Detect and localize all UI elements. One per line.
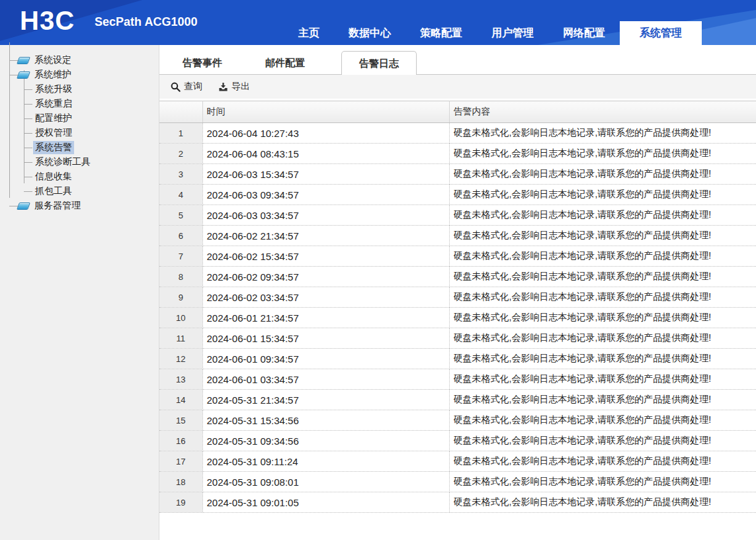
table-row[interactable]: 16 2024-05-31 09:34:56 硬盘未格式化,会影响日志本地记录,… bbox=[159, 431, 756, 451]
row-time: 2024-06-01 09:34:57 bbox=[202, 349, 449, 369]
row-content: 硬盘未格式化,会影响日志本地记录,请联系您的产品提供商处理! bbox=[449, 328, 756, 349]
row-time: 2024-06-04 10:27:43 bbox=[202, 123, 449, 144]
row-index: 11 bbox=[159, 328, 202, 349]
row-time: 2024-06-03 15:34:57 bbox=[202, 164, 449, 185]
table-row[interactable]: 7 2024-06-02 15:34:57 硬盘未格式化,会影响日志本地记录,请… bbox=[159, 246, 756, 267]
sidebar-item-label: 信息收集 bbox=[33, 170, 74, 183]
row-content: 硬盘未格式化,会影响日志本地记录,请联系您的产品提供商处理! bbox=[449, 185, 756, 205]
row-time: 2024-06-02 15:34:57 bbox=[202, 246, 449, 267]
sidebar-item[interactable]: 系统重启 bbox=[0, 97, 159, 111]
sidebar-item[interactable]: 授权管理 bbox=[0, 126, 159, 140]
row-index: 15 bbox=[159, 410, 202, 431]
row-index: 8 bbox=[159, 267, 202, 287]
export-button[interactable]: 导出 bbox=[218, 81, 250, 93]
row-time: 2024-05-31 09:11:24 bbox=[202, 451, 449, 472]
row-time: 2024-06-01 15:34:57 bbox=[202, 328, 449, 349]
table-row[interactable]: 9 2024-06-02 03:34:57 硬盘未格式化,会影响日志本地记录,请… bbox=[159, 287, 756, 308]
row-time: 2024-06-04 08:43:15 bbox=[202, 144, 449, 164]
row-content: 硬盘未格式化,会影响日志本地记录,请联系您的产品提供商处理! bbox=[449, 164, 756, 185]
row-content: 硬盘未格式化,会影响日志本地记录,请联系您的产品提供商处理! bbox=[449, 144, 756, 164]
tab[interactable]: 告警日志 bbox=[341, 51, 417, 75]
row-index: 5 bbox=[159, 205, 202, 226]
row-content: 硬盘未格式化,会影响日志本地记录,请联系您的产品提供商处理! bbox=[449, 246, 756, 267]
table-row[interactable]: 17 2024-05-31 09:11:24 硬盘未格式化,会影响日志本地记录,… bbox=[159, 451, 756, 472]
row-time: 2024-06-01 03:34:57 bbox=[202, 369, 449, 390]
search-icon bbox=[171, 82, 181, 92]
row-index: 17 bbox=[159, 451, 202, 472]
table-row[interactable]: 19 2024-05-31 09:01:05 硬盘未格式化,会影响日志本地记录,… bbox=[159, 492, 756, 513]
sidebar-item-label: 授权管理 bbox=[33, 126, 74, 140]
sidebar-item[interactable]: 系统设定 bbox=[0, 53, 159, 68]
sidebar-item-label: 系统诊断工具 bbox=[33, 156, 93, 169]
sidebar-item[interactable]: 系统维护 bbox=[0, 68, 159, 82]
row-content: 硬盘未格式化,会影响日志本地记录,请联系您的产品提供商处理! bbox=[449, 226, 756, 246]
table-header-row: 时间 告警内容 bbox=[159, 101, 756, 123]
table-row[interactable]: 13 2024-06-01 03:34:57 硬盘未格式化,会影响日志本地记录,… bbox=[159, 369, 756, 390]
sidebar-item[interactable]: 系统告警 bbox=[0, 140, 159, 155]
book-icon bbox=[17, 57, 30, 64]
table-row[interactable]: 11 2024-06-01 15:34:57 硬盘未格式化,会影响日志本地记录,… bbox=[159, 328, 756, 349]
row-index: 1 bbox=[159, 123, 202, 144]
nav-item[interactable]: 数据中心 bbox=[334, 21, 405, 45]
row-content: 硬盘未格式化,会影响日志本地记录,请联系您的产品提供商处理! bbox=[449, 390, 756, 410]
row-time: 2024-06-02 09:34:57 bbox=[202, 267, 449, 287]
row-index: 12 bbox=[159, 349, 202, 369]
row-time: 2024-06-02 21:34:57 bbox=[202, 226, 449, 246]
row-content: 硬盘未格式化,会影响日志本地记录,请联系您的产品提供商处理! bbox=[449, 431, 756, 451]
table-row[interactable]: 4 2024-06-03 09:34:57 硬盘未格式化,会影响日志本地记录,请… bbox=[159, 185, 756, 205]
sidebar-item[interactable]: 抓包工具 bbox=[0, 184, 159, 199]
query-button[interactable]: 查询 bbox=[171, 81, 202, 93]
query-button-label: 查询 bbox=[184, 81, 202, 93]
sidebar-item-label: 服务器管理 bbox=[32, 199, 83, 212]
sidebar-item[interactable]: 系统诊断工具 bbox=[0, 155, 159, 169]
sidebar-item[interactable]: 系统升级 bbox=[0, 82, 159, 97]
sidebar-item[interactable]: 服务器管理 bbox=[0, 199, 159, 213]
table-row[interactable]: 6 2024-06-02 21:34:57 硬盘未格式化,会影响日志本地记录,请… bbox=[159, 226, 756, 246]
tab[interactable]: 告警事件 bbox=[176, 51, 229, 75]
row-time: 2024-05-31 21:34:57 bbox=[202, 390, 449, 410]
table-row[interactable]: 14 2024-05-31 21:34:57 硬盘未格式化,会影响日志本地记录,… bbox=[159, 390, 756, 410]
sidebar-tree: 系统设定 系统维护 系统升级 系统重启 bbox=[0, 45, 159, 213]
table-row[interactable]: 18 2024-05-31 09:08:01 硬盘未格式化,会影响日志本地记录,… bbox=[159, 472, 756, 492]
sidebar-item-label: 系统升级 bbox=[33, 83, 74, 96]
table-row[interactable]: 1 2024-06-04 10:27:43 硬盘未格式化,会影响日志本地记录,请… bbox=[159, 123, 756, 144]
row-time: 2024-05-31 09:34:56 bbox=[202, 431, 449, 451]
row-content: 硬盘未格式化,会影响日志本地记录,请联系您的产品提供商处理! bbox=[449, 349, 756, 369]
nav-item[interactable]: 系统管理 bbox=[620, 21, 702, 45]
table-row[interactable]: 2 2024-06-04 08:43:15 硬盘未格式化,会影响日志本地记录,请… bbox=[159, 144, 756, 164]
tab-bar: 告警事件 邮件配置 告警日志 bbox=[159, 45, 756, 75]
sidebar-item[interactable]: 信息收集 bbox=[0, 169, 159, 184]
main-nav: 主页 数据中心 策略配置 用户管理 网络配置 系统管理 bbox=[284, 21, 756, 45]
row-content: 硬盘未格式化,会影响日志本地记录,请联系您的产品提供商处理! bbox=[449, 451, 756, 472]
table-row[interactable]: 10 2024-06-01 21:34:57 硬盘未格式化,会影响日志本地记录,… bbox=[159, 308, 756, 328]
row-index: 10 bbox=[159, 308, 202, 328]
row-index: 3 bbox=[159, 164, 202, 185]
row-index: 7 bbox=[159, 246, 202, 267]
table-row[interactable]: 3 2024-06-03 15:34:57 硬盘未格式化,会影响日志本地记录,请… bbox=[159, 164, 756, 185]
sidebar-item-label: 配置维护 bbox=[33, 112, 74, 125]
toolbar: 查询 导出 bbox=[159, 74, 756, 99]
sidebar-item[interactable]: 配置维护 bbox=[0, 111, 159, 126]
row-content: 硬盘未格式化,会影响日志本地记录,请联系您的产品提供商处理! bbox=[449, 123, 756, 144]
row-time: 2024-06-01 21:34:57 bbox=[202, 308, 449, 328]
row-index: 9 bbox=[159, 287, 202, 308]
book-icon bbox=[17, 202, 30, 210]
nav-item[interactable]: 用户管理 bbox=[477, 21, 548, 45]
row-content: 硬盘未格式化,会影响日志本地记录,请联系您的产品提供商处理! bbox=[449, 287, 756, 308]
nav-item[interactable]: 策略配置 bbox=[405, 21, 477, 45]
table-row[interactable]: 5 2024-06-03 03:34:57 硬盘未格式化,会影响日志本地记录,请… bbox=[159, 205, 756, 226]
row-index: 6 bbox=[159, 226, 202, 246]
export-button-label: 导出 bbox=[231, 81, 250, 93]
sidebar: 系统设定 系统维护 系统升级 系统重启 bbox=[0, 45, 159, 540]
table-row[interactable]: 12 2024-06-01 09:34:57 硬盘未格式化,会影响日志本地记录,… bbox=[159, 349, 756, 369]
download-icon bbox=[218, 82, 228, 92]
tab[interactable]: 邮件配置 bbox=[259, 51, 312, 75]
column-header-content: 告警内容 bbox=[449, 101, 756, 123]
row-content: 硬盘未格式化,会影响日志本地记录,请联系您的产品提供商处理! bbox=[449, 205, 756, 226]
row-index: 13 bbox=[159, 369, 202, 390]
nav-item[interactable]: 网络配置 bbox=[548, 21, 620, 45]
row-content: 硬盘未格式化,会影响日志本地记录,请联系您的产品提供商处理! bbox=[449, 492, 756, 513]
nav-item[interactable]: 主页 bbox=[284, 21, 334, 45]
table-row[interactable]: 15 2024-05-31 15:34:56 硬盘未格式化,会影响日志本地记录,… bbox=[159, 410, 756, 431]
table-row[interactable]: 8 2024-06-02 09:34:57 硬盘未格式化,会影响日志本地记录,请… bbox=[159, 267, 756, 287]
